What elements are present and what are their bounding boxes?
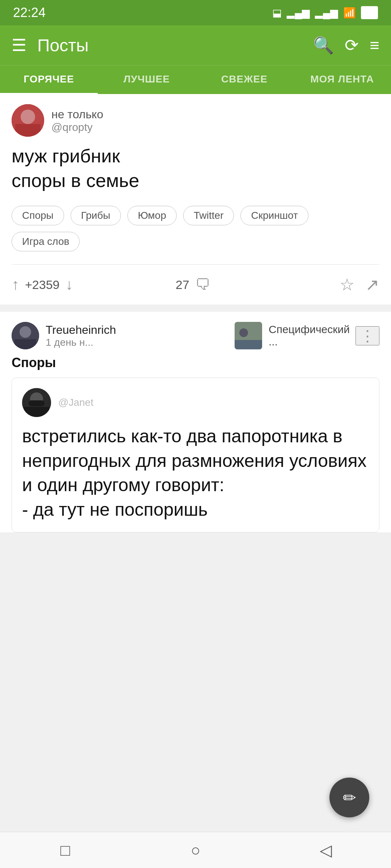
svg-rect-2 <box>15 124 41 137</box>
nav-home-button[interactable]: ○ <box>177 832 214 868</box>
post-text: муж грибник споры в семье <box>12 144 379 193</box>
post-header: не только @qropty <box>12 104 379 137</box>
svg-point-1 <box>21 110 35 124</box>
author-name: не только <box>51 108 103 121</box>
post2-sub-title: Специфический ... <box>269 323 356 348</box>
tweet-text: встретились как-то два папоротника в неп… <box>22 424 369 522</box>
post2-user-section: Treueheinrich 1 день н... <box>12 322 226 349</box>
tag-wordplay[interactable]: Игра слов <box>12 232 80 251</box>
tab-fresh[interactable]: СВЕЖЕЕ <box>196 65 293 94</box>
post2-category: Споры <box>12 355 379 370</box>
tab-hot[interactable]: ГОРЯЧЕЕ <box>0 65 98 94</box>
downvote-button[interactable]: ↓ <box>66 276 73 293</box>
tabs-bar: ГОРЯЧЕЕ ЛУЧШЕЕ СВЕЖЕЕ МОЯ ЛЕНТА <box>0 65 391 94</box>
app-title: Посты <box>37 35 302 55</box>
post2-user-info: Treueheinrich 1 день н... <box>46 323 116 348</box>
comment-group: 27 🗨 <box>176 276 340 293</box>
tweet-avatar <box>22 388 51 417</box>
tag-griby[interactable]: Грибы <box>71 206 121 225</box>
bluetooth-icon: ⬓ <box>272 7 282 19</box>
post2-author-avatar <box>12 322 39 349</box>
upvote-button[interactable]: ↑ <box>12 276 19 293</box>
post2-thumb <box>235 322 262 349</box>
status-icons: ⬓ ▂▄▆ ▂▄▆ 📶 26 <box>272 6 378 19</box>
tag-humor[interactable]: Юмор <box>127 206 177 225</box>
menu-button[interactable]: ☰ <box>12 35 26 55</box>
fab-edit-icon: ✏ <box>343 788 356 807</box>
comment-button[interactable]: 🗨 <box>195 276 210 293</box>
post2-author-name: Treueheinrich <box>46 323 116 337</box>
svg-point-4 <box>20 326 31 338</box>
svg-rect-5 <box>14 339 36 349</box>
tags-row: Споры Грибы Юмор Twitter Скриншот Игра с… <box>12 206 379 251</box>
tweet-header: @Janet <box>22 388 369 417</box>
svg-rect-8 <box>235 340 262 349</box>
author-handle: @qropty <box>51 121 103 133</box>
battery-level: 26 <box>361 6 378 19</box>
bookmark-button[interactable]: ☆ <box>340 275 354 294</box>
app-bar: ☰ Посты 🔍 ⟳ ≡ <box>0 25 391 65</box>
tag-screenshot[interactable]: Скриншот <box>240 206 308 225</box>
vote-group: ↑ +2359 ↓ <box>12 276 176 293</box>
post-card-2: Treueheinrich 1 день н... Специфический … <box>0 312 391 532</box>
svg-rect-11 <box>24 407 49 417</box>
refresh-button[interactable]: ⟳ <box>345 35 359 55</box>
nav-bar: □ ○ ◁ <box>0 832 391 868</box>
wifi-icon: 📶 <box>343 7 356 19</box>
share-button[interactable]: ↗ <box>365 275 379 294</box>
search-button[interactable]: 🔍 <box>313 35 334 55</box>
tab-feed[interactable]: МОЯ ЛЕНТА <box>293 65 391 94</box>
signal-icon: ▂▄▆ <box>287 7 310 19</box>
author-avatar <box>12 104 44 137</box>
tweet-card: @Janet встретились как-то два папоротник… <box>12 378 379 532</box>
post-card-1: не только @qropty муж грибник споры в се… <box>0 94 391 305</box>
post2-header: Treueheinrich 1 день н... Специфический … <box>12 322 379 349</box>
post-actions: ↑ +2359 ↓ 27 🗨 ☆ ↗ <box>12 265 379 305</box>
tag-spory[interactable]: Споры <box>12 206 64 225</box>
svg-rect-12 <box>29 400 45 406</box>
post-meta: не только @qropty <box>51 108 103 133</box>
nav-recent-button[interactable]: □ <box>47 832 83 868</box>
status-time: 22:24 <box>13 5 46 20</box>
post2-time: 1 день н... <box>46 337 116 348</box>
tag-twitter[interactable]: Twitter <box>183 206 234 225</box>
post2-thumb-section: Специфический ... <box>235 322 356 349</box>
signal-icon-2: ▂▄▆ <box>315 7 338 19</box>
tweet-handle: @Janet <box>58 397 93 408</box>
filter-button[interactable]: ≡ <box>370 35 379 55</box>
status-bar: 22:24 ⬓ ▂▄▆ ▂▄▆ 📶 26 <box>0 0 391 25</box>
post2-more-button[interactable]: ⋮ <box>356 326 379 345</box>
tab-best[interactable]: ЛУЧШЕЕ <box>98 65 196 94</box>
nav-back-button[interactable]: ◁ <box>308 832 344 868</box>
comment-count: 27 <box>176 278 189 292</box>
vote-count: +2359 <box>25 278 60 292</box>
fab-button[interactable]: ✏ <box>329 778 369 817</box>
svg-point-7 <box>239 328 248 337</box>
